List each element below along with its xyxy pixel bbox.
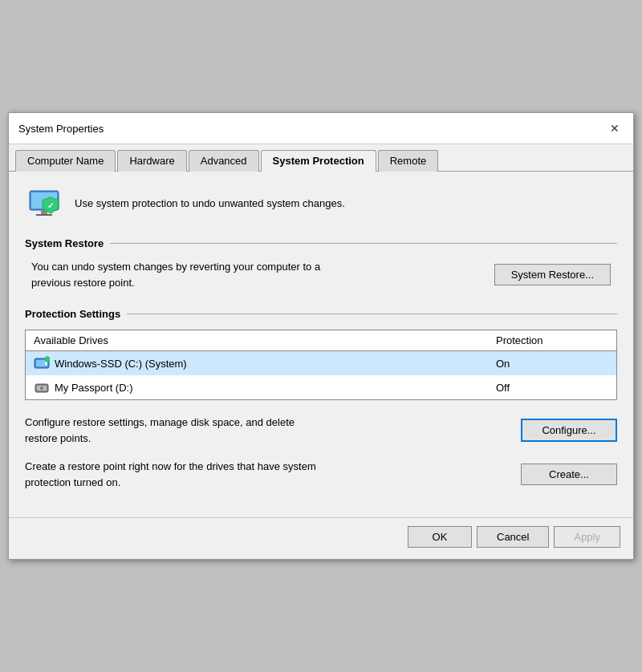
drive-status-windows-ssd: On: [496, 358, 608, 370]
passport-icon: [34, 379, 50, 395]
close-icon: ✕: [610, 122, 620, 135]
system-restore-description: You can undo system changes by reverting…: [31, 259, 336, 290]
drives-table: Available Drives Protection Windows-SS: [25, 330, 617, 400]
protection-settings-header: Protection Settings: [25, 308, 617, 320]
bottom-bar: OK Cancel Apply: [9, 517, 633, 559]
configure-action-row: Configure restore settings, manage disk …: [25, 415, 617, 446]
system-restore-title: System Restore: [25, 237, 104, 249]
window-title: System Properties: [18, 123, 104, 135]
drive-row-windows-ssd[interactable]: Windows-SSD (C:) (System) On: [26, 351, 616, 375]
drive-name-windows-ssd: Windows-SSD (C:) (System): [34, 355, 496, 371]
create-action-row: Create a restore point right now for the…: [25, 459, 617, 490]
ssd-icon: [34, 355, 50, 371]
cancel-button[interactable]: Cancel: [477, 526, 549, 548]
title-bar: System Properties ✕: [9, 113, 633, 144]
system-restore-area: You can undo system changes by reverting…: [25, 259, 617, 290]
create-button[interactable]: Create...: [521, 464, 617, 485]
configure-description: Configure restore settings, manage disk …: [25, 415, 330, 446]
tab-remote[interactable]: Remote: [378, 150, 439, 172]
protection-settings-section: Protection Settings Available Drives Pro…: [25, 308, 617, 490]
ok-button[interactable]: OK: [408, 526, 472, 548]
system-protection-icon: ✓: [25, 184, 63, 223]
tab-advanced[interactable]: Advanced: [189, 150, 259, 172]
tab-computer-name[interactable]: Computer Name: [15, 150, 116, 172]
tab-hardware[interactable]: Hardware: [117, 150, 186, 172]
system-restore-header: System Restore: [25, 237, 617, 249]
system-restore-button[interactable]: System Restore...: [494, 264, 611, 285]
svg-point-12: [40, 387, 43, 390]
tab-system-protection[interactable]: System Protection: [261, 150, 376, 172]
svg-rect-3: [36, 214, 52, 216]
system-icon-svg: ✓: [25, 184, 63, 223]
svg-marker-9: [45, 356, 50, 362]
create-description: Create a restore point right now for the…: [25, 459, 330, 490]
svg-text:✓: ✓: [47, 201, 54, 210]
drive-name-my-passport: My Passport (D:): [34, 379, 496, 395]
header-description: Use system protection to undo unwanted s…: [75, 196, 345, 211]
configure-button[interactable]: Configure...: [521, 419, 617, 442]
system-properties-window: System Properties ✕ Computer Name Hardwa…: [8, 112, 634, 560]
col-protection: Protection: [496, 334, 608, 346]
apply-button[interactable]: Apply: [554, 526, 620, 548]
drives-table-header: Available Drives Protection: [26, 330, 616, 351]
col-available-drives: Available Drives: [34, 334, 496, 346]
content-area: ✓ Use system protection to undo unwanted…: [9, 172, 633, 517]
system-restore-divider: [110, 243, 617, 244]
close-button[interactable]: ✕: [606, 119, 624, 137]
drive-status-my-passport: Off: [496, 382, 608, 394]
header-section: ✓ Use system protection to undo unwanted…: [25, 184, 617, 223]
tab-bar: Computer Name Hardware Advanced System P…: [9, 144, 633, 172]
protection-settings-title: Protection Settings: [25, 308, 120, 320]
protection-settings-divider: [127, 314, 617, 314]
drive-row-my-passport[interactable]: My Passport (D:) Off: [26, 375, 616, 399]
